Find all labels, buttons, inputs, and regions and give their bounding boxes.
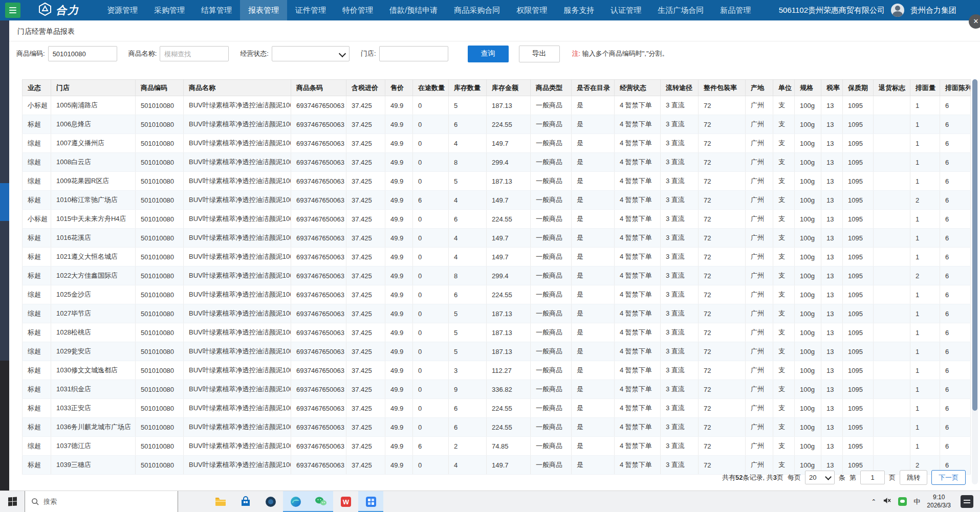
table-row[interactable]: 标超1036务川麒龙城市广场店501010080BUV叶绿素植萃净透控油洁颜泥1… [23,418,971,437]
nav-item-6[interactable]: 借款/预结申请 [381,0,446,20]
product-code-input[interactable] [48,46,117,61]
nav-item-5[interactable]: 特价管理 [334,0,381,20]
table-row[interactable]: 标超1033正安店501010080BUV叶绿素植萃净透控油洁颜泥100g693… [23,399,971,418]
nav-item-4[interactable]: 证件管理 [287,0,334,20]
edge-icon[interactable] [283,491,308,512]
table-cell: 1095 [843,248,874,266]
table-cell: 37.425 [346,418,385,437]
wps-icon[interactable]: W [333,491,358,512]
volume-muted-icon[interactable] [883,497,891,506]
nav-item-8[interactable]: 权限管理 [508,0,555,20]
notification-center-icon[interactable] [957,491,976,512]
nav-item-3[interactable]: 报表管理 [240,0,287,20]
table-row[interactable]: 标超1006息烽店501010080BUV叶绿素植萃净透控油洁颜泥100g693… [23,115,971,134]
nav-item-7[interactable]: 商品采购合同 [446,0,508,20]
nav-item-1[interactable]: 采购管理 [146,0,193,20]
table-cell: 2 [910,266,940,285]
table-cell [874,96,910,115]
chevron-up-icon[interactable]: ⌃ [871,498,876,505]
table-row[interactable]: 标超1030修文文城逸都店501010080BUV叶绿素植萃净透控油洁颜泥100… [23,361,971,380]
table-cell: BUV叶绿素植萃净透控油洁颜泥100g [184,172,291,191]
ime-indicator[interactable]: 中 [913,497,920,506]
table-row[interactable]: 标超1031织金店501010080BUV叶绿素植萃净透控油洁颜泥100g693… [23,380,971,399]
erp-app-icon[interactable] [358,491,383,512]
table-cell: 0 [413,304,449,323]
table-cell: 0 [413,96,449,115]
column-header-13: 流转途径 [661,80,699,96]
status-select[interactable] [272,46,350,61]
table-row[interactable]: 标超1028松桃店501010080BUV叶绿素植萃净透控油洁颜泥100g693… [23,323,971,342]
jump-button[interactable]: 跳转 [900,470,927,485]
table-row[interactable]: 小标超1005南浦路店501010080BUV叶绿素植萃净透控油洁颜泥100g6… [23,96,971,115]
table-cell: 4 暂禁下单 [615,456,661,475]
table-cell: 综超 [23,437,51,456]
export-button[interactable]: 导出 [519,46,560,62]
table-cell: 3 直流 [661,153,699,172]
close-modal-button[interactable]: ✕ [969,14,980,29]
store-label: 门店: [361,49,376,58]
store-input[interactable] [379,46,448,61]
page-number-input[interactable] [860,471,885,484]
taskbar-search-input[interactable]: 搜索 [25,491,178,512]
table-cell: 187.13 [487,304,531,323]
table-cell: 1 [910,153,940,172]
sidebar-active-item[interactable] [0,183,9,221]
table-cell: 6 [940,210,971,229]
table-cell: 支 [773,96,795,115]
table-cell: 一般商品 [531,323,572,342]
table-cell: 是 [572,342,615,361]
store-icon[interactable] [233,491,258,512]
menu-toggle-button[interactable] [5,3,20,18]
nav-item-11[interactable]: 生活广场合同 [649,0,712,20]
table-cell: 广州 [746,191,773,210]
table-cell: 1095 [843,437,874,456]
nav-item-9[interactable]: 服务支持 [555,0,602,20]
user-name[interactable]: 贵州合力集团 [910,6,956,15]
table-row[interactable]: 综超1008白云店501010080BUV叶绿素植萃净透控油洁颜泥100g693… [23,153,971,172]
table-row[interactable]: 小标超1015中天未来方舟H4店501010080BUV叶绿素植萃净透控油洁颜泥… [23,210,971,229]
nav-item-2[interactable]: 结算管理 [193,0,240,20]
table-row[interactable]: 综超1007遵义播州店501010080BUV叶绿素植萃净透控油洁颜泥100g6… [23,134,971,153]
table-cell: 72 [699,96,746,115]
nav-item-0[interactable]: 资源管理 [99,0,146,20]
wechat-icon[interactable] [308,491,333,512]
table-row[interactable]: 综超1029瓮安店501010080BUV叶绿素植萃净透控油洁颜泥100g693… [23,342,971,361]
table-cell: 501010080 [136,456,184,475]
page-size-select[interactable]: 20 [805,471,835,484]
table-cell: 1095 [843,266,874,285]
table-row[interactable]: 综超1027毕节店501010080BUV叶绿素植萃净透控油洁颜泥100g693… [23,304,971,323]
table-row[interactable]: 标超1022大方佳鑫国际店501010080BUV叶绿素植萃净透控油洁颜泥100… [23,266,971,285]
table-row[interactable]: 标超1010榕江常驰广场店501010080BUV叶绿素植萃净透控油洁颜泥100… [23,191,971,210]
query-button[interactable]: 查询 [468,46,509,62]
vertical-scrollbar[interactable] [972,79,978,484]
table-cell: 13 [821,342,843,361]
logo-text: 合力 [56,3,79,17]
file-explorer-icon[interactable] [208,491,233,512]
table-cell: 149.7 [487,248,531,266]
start-button[interactable] [0,491,25,512]
table-cell: 1005南浦路店 [51,96,136,115]
table-cell: 6937467650063 [291,399,346,418]
table-row[interactable]: 标超1021遵义大恒名城店501010080BUV叶绿素植萃净透控油洁颜泥100… [23,248,971,266]
product-name-input[interactable] [160,46,229,61]
table-row[interactable]: 综超1025金沙店501010080BUV叶绿素植萃净透控油洁颜泥100g693… [23,285,971,304]
table-cell [874,115,910,134]
next-page-button[interactable]: 下一页 [931,470,966,485]
table-row[interactable]: 标超1016花溪店501010080BUV叶绿素植萃净透控油洁颜泥100g693… [23,229,971,248]
table-cell: 0 [413,399,449,418]
table-cell: 3 直流 [661,323,699,342]
company-selector[interactable]: 5061102贵州荣惠商贸有限公司 [779,6,885,15]
taskbar-clock[interactable]: 9:10 2026/3/3 [927,494,951,509]
wechat-tray-icon[interactable] [898,497,907,506]
nav-item-10[interactable]: 认证管理 [602,0,649,20]
table-cell: 广州 [746,285,773,304]
user-avatar[interactable] [891,4,904,17]
per-page-label: 每页 [788,473,801,482]
table-cell: 1 [910,210,940,229]
table-cell: 4 暂禁下单 [615,342,661,361]
table-row[interactable]: 综超1009花果园R区店501010080BUV叶绿素植萃净透控油洁颜泥100g… [23,172,971,191]
nav-item-12[interactable]: 新品管理 [712,0,759,20]
table-row[interactable]: 综超1037德江店501010080BUV叶绿素植萃净透控油洁颜泥100g693… [23,437,971,456]
dark-browser-icon[interactable] [258,491,283,512]
scrollbar-thumb[interactable] [972,79,977,411]
